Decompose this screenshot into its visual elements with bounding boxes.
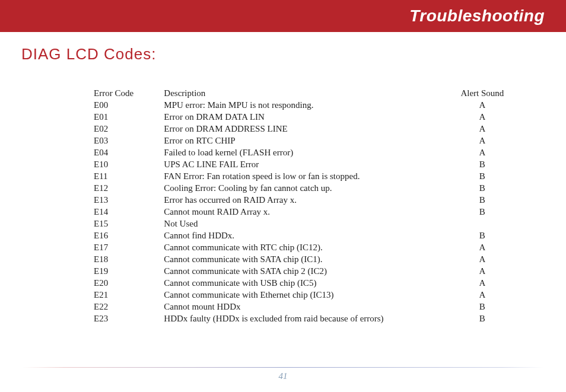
cell-alert-sound: A — [456, 289, 509, 301]
footer: 41 — [0, 367, 566, 381]
header-error-code: Error Code — [94, 87, 164, 99]
table-row: E17Cannot communicate with RTC chip (IC1… — [94, 241, 509, 253]
cell-error-code: E19 — [94, 265, 164, 277]
table-row: E16Cannot find HDDx.B — [94, 230, 509, 241]
cell-description: Error on DRAM ADDRESS LINE — [164, 123, 455, 135]
cell-error-code: E04 — [94, 146, 164, 158]
table-row: E13Error has occurred on RAID Array x.B — [94, 194, 509, 206]
cell-alert-sound: A — [456, 99, 509, 111]
cell-error-code: E22 — [94, 301, 164, 313]
cell-alert-sound: A — [456, 265, 509, 277]
header-title: Troubleshooting — [409, 7, 545, 26]
table-row: E14Cannot mount RAID Array x.B — [94, 206, 509, 218]
header-alert-sound: Alert Sound — [456, 87, 509, 99]
cell-error-code: E01 — [94, 111, 164, 123]
cell-alert-sound: A — [456, 241, 509, 253]
cell-error-code: E23 — [94, 313, 164, 324]
cell-error-code: E15 — [94, 218, 164, 230]
cell-alert-sound: B — [456, 230, 509, 241]
cell-description: HDDx faulty (HDDx is excluded from raid … — [164, 313, 455, 324]
cell-description: Cannot mount HDDx — [164, 301, 455, 313]
page-number: 41 — [0, 371, 566, 381]
cell-description: Cooling Error: Cooling by fan cannot cat… — [164, 182, 455, 194]
table-row: E02Error on DRAM ADDRESS LINEA — [94, 123, 509, 135]
cell-error-code: E14 — [94, 206, 164, 218]
cell-alert-sound: B — [456, 170, 509, 182]
table-row: E22Cannot mount HDDxB — [94, 301, 509, 313]
table-row: E10UPS AC LINE FAIL ErrorB — [94, 158, 509, 170]
cell-error-code: E11 — [94, 170, 164, 182]
cell-description: FAN Error: Fan rotation speed is low or … — [164, 170, 455, 182]
cell-alert-sound: A — [456, 253, 509, 265]
cell-description: UPS AC LINE FAIL Error — [164, 158, 455, 170]
cell-alert-sound: B — [456, 182, 509, 194]
table-row: E04Failed to load kernel (FLASH error)A — [94, 146, 509, 158]
cell-error-code: E13 — [94, 194, 164, 206]
cell-error-code: E18 — [94, 253, 164, 265]
table-row: E21Cannot communicate with Ethernet chip… — [94, 289, 509, 301]
table-row: E23HDDx faulty (HDDx is excluded from ra… — [94, 313, 509, 324]
cell-alert-sound: B — [456, 158, 509, 170]
cell-alert-sound: B — [456, 301, 509, 313]
cell-description: Cannot communicate with Ethernet chip (I… — [164, 289, 455, 301]
table-row: E11FAN Error: Fan rotation speed is low … — [94, 170, 509, 182]
cell-description: Cannot communicate with USB chip (IC5) — [164, 277, 455, 289]
table-row: E20Cannot communicate with USB chip (IC5… — [94, 277, 509, 289]
cell-description: Failed to load kernel (FLASH error) — [164, 146, 455, 158]
cell-description: Error on RTC CHIP — [164, 135, 455, 146]
table-row: E03Error on RTC CHIPA — [94, 135, 509, 146]
cell-alert-sound: B — [456, 194, 509, 206]
table-row: E18Cannot communicate with SATA chip (IC… — [94, 253, 509, 265]
header-bar: Troubleshooting — [0, 0, 566, 32]
cell-alert-sound: A — [456, 277, 509, 289]
cell-description: Not Used — [164, 218, 455, 230]
cell-alert-sound: A — [456, 146, 509, 158]
cell-error-code: E12 — [94, 182, 164, 194]
error-code-table: Error Code Description Alert Sound E00MP… — [94, 87, 509, 324]
cell-alert-sound: A — [456, 135, 509, 146]
cell-description: Cannot communicate with SATA chip (IC1). — [164, 253, 455, 265]
cell-error-code: E20 — [94, 277, 164, 289]
cell-description: MPU error: Main MPU is not responding. — [164, 99, 455, 111]
section-title: DIAG LCD Codes: — [21, 45, 566, 63]
cell-description: Cannot find HDDx. — [164, 230, 455, 241]
cell-error-code: E00 — [94, 99, 164, 111]
cell-description: Cannot mount RAID Array x. — [164, 206, 455, 218]
cell-error-code: E03 — [94, 135, 164, 146]
cell-description: Cannot communicate with RTC chip (IC12). — [164, 241, 455, 253]
header-description: Description — [164, 87, 455, 99]
cell-alert-sound — [456, 218, 509, 230]
table-row: E15Not Used — [94, 218, 509, 230]
cell-alert-sound: A — [456, 111, 509, 123]
cell-error-code: E10 — [94, 158, 164, 170]
cell-alert-sound: B — [456, 206, 509, 218]
table-row: E19Cannot communicate with SATA chip 2 (… — [94, 265, 509, 277]
cell-error-code: E16 — [94, 230, 164, 241]
table-row: E00MPU error: Main MPU is not responding… — [94, 99, 509, 111]
cell-alert-sound: A — [456, 123, 509, 135]
table-row: E01Error on DRAM DATA LINA — [94, 111, 509, 123]
cell-error-code: E21 — [94, 289, 164, 301]
table-header-row: Error Code Description Alert Sound — [94, 87, 509, 99]
cell-description: Cannot communicate with SATA chip 2 (IC2… — [164, 265, 455, 277]
cell-error-code: E17 — [94, 241, 164, 253]
cell-description: Error on DRAM DATA LIN — [164, 111, 455, 123]
cell-description: Error has occurred on RAID Array x. — [164, 194, 455, 206]
footer-divider — [23, 367, 543, 368]
cell-error-code: E02 — [94, 123, 164, 135]
table-row: E12Cooling Error: Cooling by fan cannot … — [94, 182, 509, 194]
cell-alert-sound: B — [456, 313, 509, 324]
